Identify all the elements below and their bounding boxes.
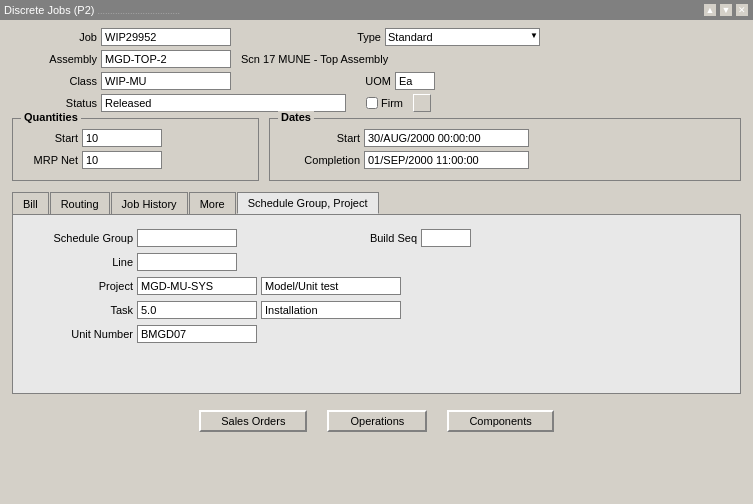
main-content: Job Type Standard Assembly Scn 17 MUNE -…: [0, 20, 753, 402]
small-action-button[interactable]: [413, 94, 431, 112]
firm-label: Firm: [381, 97, 403, 109]
unit-number-label: Unit Number: [23, 328, 133, 340]
window-controls: ▲ ▼ ✕: [703, 3, 749, 17]
bottom-buttons: Sales Orders Operations Components: [0, 402, 753, 440]
dates-start-row: Start: [280, 129, 730, 147]
unit-number-row: Unit Number: [23, 325, 730, 343]
schedule-group-label: Schedule Group: [23, 232, 133, 244]
tab-schedule-group[interactable]: Schedule Group, Project: [237, 192, 379, 214]
line-row: Line: [23, 253, 730, 271]
tab-more[interactable]: More: [189, 192, 236, 214]
class-label: Class: [12, 75, 97, 87]
firm-checkbox[interactable]: [366, 97, 378, 109]
project-label: Project: [23, 280, 133, 292]
qty-start-input[interactable]: [82, 129, 162, 147]
assembly-desc: Scn 17 MUNE - Top Assembly: [241, 53, 388, 65]
tab-job-history[interactable]: Job History: [111, 192, 188, 214]
status-row: Status Firm: [12, 94, 741, 112]
status-label: Status: [12, 97, 97, 109]
sales-orders-button[interactable]: Sales Orders: [199, 410, 307, 432]
assembly-row: Assembly Scn 17 MUNE - Top Assembly: [12, 50, 741, 68]
qty-mrpnet-input[interactable]: [82, 151, 162, 169]
uom-input[interactable]: [395, 72, 435, 90]
tab-bill[interactable]: Bill: [12, 192, 49, 214]
type-select[interactable]: Standard: [385, 28, 540, 46]
job-row: Job Type Standard: [12, 28, 741, 46]
window-title-dots: .................................: [98, 6, 181, 16]
qty-start-row: Start: [23, 129, 248, 147]
build-seq-label: Build Seq: [317, 232, 417, 244]
project-input[interactable]: [137, 277, 257, 295]
title-bar: Discrete Jobs (P2) .....................…: [0, 0, 753, 20]
dates-completion-row: Completion: [280, 151, 730, 169]
job-input[interactable]: [101, 28, 231, 46]
window-title-text: Discrete Jobs (P2): [4, 4, 94, 16]
tabs-bar: Bill Routing Job History More Schedule G…: [12, 192, 741, 214]
line-input[interactable]: [137, 253, 237, 271]
dates-completion-input[interactable]: [364, 151, 529, 169]
project-desc-input[interactable]: [261, 277, 401, 295]
tab-routing[interactable]: Routing: [50, 192, 110, 214]
operations-button[interactable]: Operations: [327, 410, 427, 432]
unit-number-input[interactable]: [137, 325, 257, 343]
uom-label: UOM: [311, 75, 391, 87]
task-label: Task: [23, 304, 133, 316]
dates-start-input[interactable]: [364, 129, 529, 147]
type-label: Type: [321, 31, 381, 43]
assembly-label: Assembly: [12, 53, 97, 65]
build-seq-input[interactable]: [421, 229, 471, 247]
qty-mrpnet-row: MRP Net: [23, 151, 248, 169]
class-row: Class UOM: [12, 72, 741, 90]
tab-content-schedule-group: Schedule Group Build Seq Line Project Ta…: [12, 214, 741, 394]
dates-start-label: Start: [280, 132, 360, 144]
minimize-button[interactable]: ▲: [703, 3, 717, 17]
schedule-group-row: Schedule Group Build Seq: [23, 229, 730, 247]
qty-start-label: Start: [23, 132, 78, 144]
schedule-group-input[interactable]: [137, 229, 237, 247]
close-button[interactable]: ✕: [735, 3, 749, 17]
dates-completion-label: Completion: [280, 154, 360, 166]
assembly-input[interactable]: [101, 50, 231, 68]
task-input[interactable]: [137, 301, 257, 319]
components-button[interactable]: Components: [447, 410, 553, 432]
task-desc-input[interactable]: [261, 301, 401, 319]
quantities-title: Quantities: [21, 111, 81, 123]
job-label: Job: [12, 31, 97, 43]
restore-button[interactable]: ▼: [719, 3, 733, 17]
line-label: Line: [23, 256, 133, 268]
qty-mrpnet-label: MRP Net: [23, 154, 78, 166]
project-row: Project: [23, 277, 730, 295]
status-input[interactable]: [101, 94, 346, 112]
task-row: Task: [23, 301, 730, 319]
quantities-section: Quantities Start MRP Net: [12, 118, 259, 181]
dates-section: Dates Start Completion: [269, 118, 741, 181]
dates-title: Dates: [278, 111, 314, 123]
window-title: Discrete Jobs (P2) .....................…: [4, 4, 180, 16]
class-input[interactable]: [101, 72, 231, 90]
